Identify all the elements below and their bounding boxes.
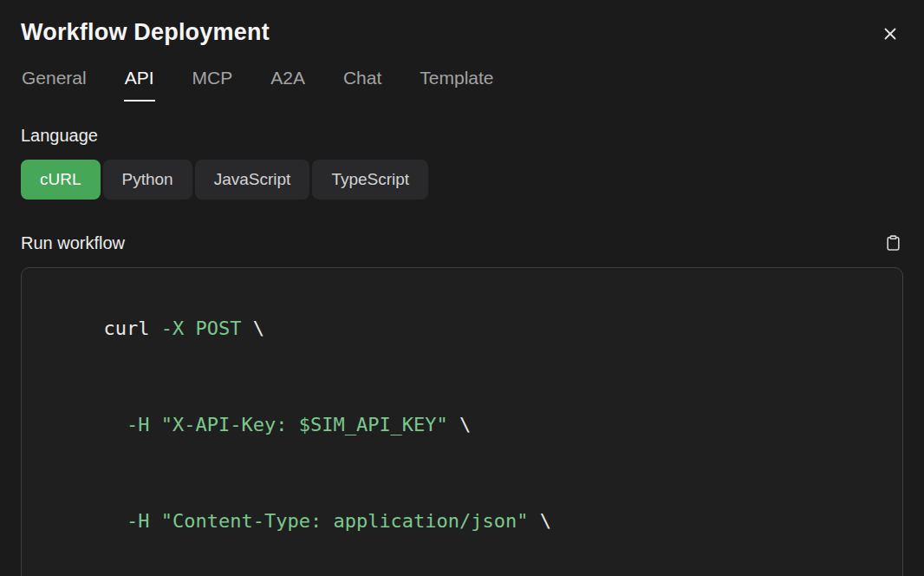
tab-template[interactable]: Template bbox=[419, 68, 494, 101]
tab-a2a[interactable]: A2A bbox=[270, 68, 306, 101]
clipboard-icon bbox=[885, 234, 901, 252]
code-header: Run workflow bbox=[21, 232, 903, 253]
code-segment: -H "X-API-Key: $SIM_API_KEY" bbox=[127, 414, 448, 435]
code-segment: \ bbox=[448, 414, 472, 435]
close-icon bbox=[881, 24, 900, 43]
language-option-curl[interactable]: cURL bbox=[21, 160, 101, 200]
code-line: -H "Content-Type: application/json" \ bbox=[35, 473, 889, 569]
tab-mcp[interactable]: MCP bbox=[192, 68, 234, 101]
language-option-javascript[interactable]: JavaScript bbox=[195, 160, 310, 200]
run-workflow-label: Run workflow bbox=[21, 233, 125, 253]
tab-bar: General API MCP A2A Chat Template bbox=[21, 68, 903, 101]
language-option-typescript[interactable]: TypeScript bbox=[312, 160, 428, 200]
language-selector: cURL Python JavaScript TypeScript bbox=[21, 160, 903, 200]
code-line: curl -X POST \ bbox=[35, 280, 889, 376]
modal-header: Workflow Deployment bbox=[21, 19, 903, 47]
language-label: Language bbox=[21, 126, 903, 146]
code-segment: -X POST bbox=[161, 317, 242, 339]
code-segment: \ bbox=[241, 317, 264, 339]
code-line: -d '{"input":"example","conversationId":… bbox=[35, 569, 889, 576]
language-option-python[interactable]: Python bbox=[103, 160, 192, 200]
tab-api[interactable]: API bbox=[124, 68, 155, 101]
code-block: curl -X POST \ -H "X-API-Key: $SIM_API_K… bbox=[21, 267, 903, 576]
copy-button[interactable] bbox=[883, 232, 903, 253]
code-segment bbox=[103, 414, 127, 435]
workflow-deployment-modal: Workflow Deployment General API MCP A2A … bbox=[0, 0, 924, 576]
code-line: -H "X-API-Key: $SIM_API_KEY" \ bbox=[35, 376, 889, 473]
code-segment: \ bbox=[529, 510, 552, 532]
close-button[interactable] bbox=[877, 21, 903, 47]
page-title: Workflow Deployment bbox=[21, 19, 270, 46]
tab-chat[interactable]: Chat bbox=[342, 68, 382, 101]
code-segment bbox=[103, 510, 127, 532]
code-segment: curl bbox=[103, 317, 160, 339]
tab-general[interactable]: General bbox=[21, 68, 88, 101]
code-segment: -H "Content-Type: application/json" bbox=[127, 510, 529, 532]
